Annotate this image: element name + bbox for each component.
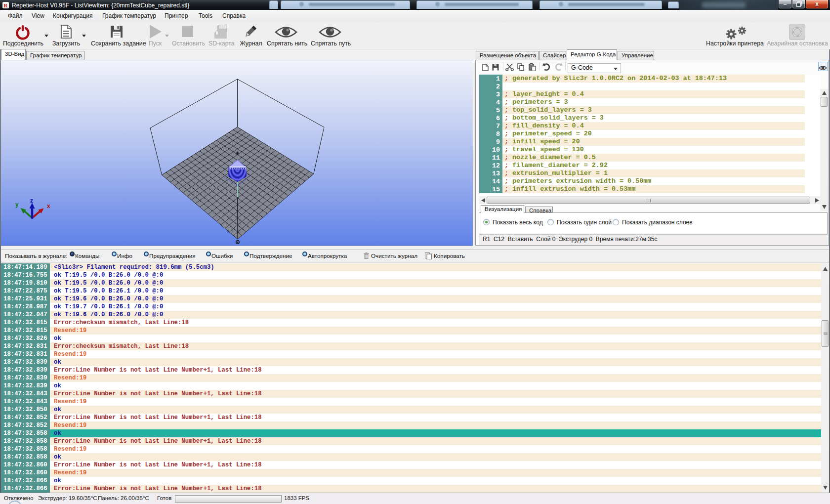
svg-text:x: x bbox=[47, 203, 50, 210]
svg-text:R: R bbox=[4, 2, 8, 8]
svg-text:z: z bbox=[30, 197, 33, 204]
svg-text:y: y bbox=[15, 201, 19, 208]
